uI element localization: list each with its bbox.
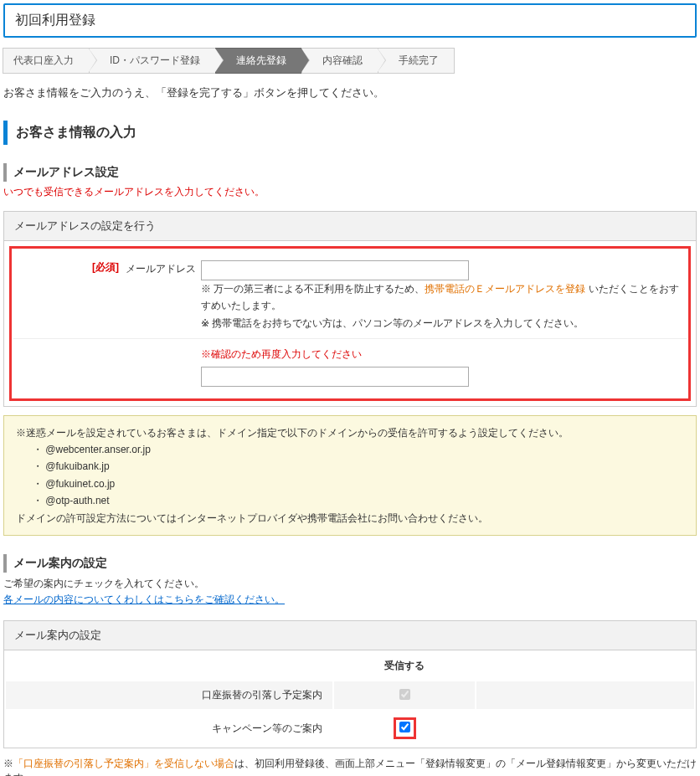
domain-item: @webcenter.anser.or.jp <box>33 441 684 458</box>
step: 代表口座入力 <box>3 48 90 74</box>
spam-lead: ※迷惑メールを設定されているお客さまは、ドメイン指定で以下のドメインからの受信を… <box>16 424 684 441</box>
domain-item: @fukuinet.co.jp <box>33 475 684 492</box>
email-row: [必須] メールアドレス ※ 万一の第三者による不正利用を防止するため、携帯電話… <box>13 254 687 339</box>
email-label: メールアドレス <box>126 260 201 331</box>
step: ID・パスワード登録 <box>89 48 216 74</box>
email-required: [必須] <box>17 260 126 331</box>
mail-checkbox[interactable] <box>399 722 410 732</box>
mail-row-label: 口座振替の引落し予定案内 <box>6 681 332 709</box>
email-content: ※ 万一の第三者による不正利用を防止するため、携帯電話のＥメールアドレスを登録 … <box>201 260 683 331</box>
domain-item: @otp-auth.net <box>33 492 684 509</box>
page-title-box: 初回利用登録 <box>3 3 697 38</box>
email-desc1: ※ 万一の第三者による不正利用を防止するため、携帯電話のＥメールアドレスを登録 … <box>201 283 679 311</box>
email-confirm-input[interactable] <box>201 367 469 387</box>
guide-warning: ※「口座振替の引落し予定案内」を受信しない場合は、初回利用登録後、画面上部メニュ… <box>3 757 697 776</box>
spam-tail: ドメインの許可設定方法についてはインターネットプロバイダや携帯電話会社にお問い合… <box>16 510 684 527</box>
spam-info-box: ※迷惑メールを設定されているお客さまは、ドメイン指定で以下のドメインからの受信を… <box>3 415 697 536</box>
email-panel-title: メールアドレスの設定を行う <box>4 212 696 241</box>
email-heading: メールアドレス設定 <box>3 163 697 182</box>
mail-row: キャンペーン等のご案内 <box>6 711 694 746</box>
page-title: 初回利用登録 <box>15 12 685 29</box>
domain-list: @webcenter.anser.or.jp@fukuibank.jp@fuku… <box>16 441 684 510</box>
customer-info-heading: お客さま情報の入力 <box>3 121 697 145</box>
stepper: 代表口座入力ID・パスワード登録連絡先登録内容確認手続完了 <box>3 48 697 74</box>
guide-panel-title: メール案内の設定 <box>4 621 696 650</box>
checkbox-highlight <box>394 717 416 739</box>
step: 手続完了 <box>378 48 455 74</box>
guide-panel: メール案内の設定 受信する 口座振替の引落し予定案内キャンペーン等のご案内 <box>3 620 697 748</box>
domain-item: @fukuibank.jp <box>33 458 684 475</box>
mail-row-label: キャンペーン等のご案内 <box>6 711 332 746</box>
email-heading-note: いつでも受信できるメールアドレスを入力してください。 <box>3 185 697 199</box>
email-confirm-row: ※確認のため再度入力してください <box>13 339 687 393</box>
mail-header-receive: 受信する <box>334 652 475 680</box>
guide-link[interactable]: 各メールの内容についてくわしくはこちらをご確認ください。 <box>3 594 285 605</box>
guide-heading: メール案内の設定 <box>3 554 697 573</box>
email-highlight-box: [必須] メールアドレス ※ 万一の第三者による不正利用を防止するため、携帯電話… <box>9 246 691 401</box>
mail-checkbox <box>399 689 410 700</box>
intro-text: お客さま情報をご入力のうえ、「登録を完了する」ボタンを押してください。 <box>3 85 697 100</box>
email-confirm-note: ※確認のため再度入力してください <box>201 346 683 362</box>
step: 内容確認 <box>301 48 378 74</box>
guide-desc: ご希望の案内にチェックを入れてください。 <box>3 576 697 592</box>
email-input[interactable] <box>201 260 469 280</box>
mail-row: 口座振替の引落し予定案内 <box>6 681 694 709</box>
email-panel: メールアドレスの設定を行う [必須] メールアドレス ※ 万一の第三者による不正… <box>3 211 697 407</box>
email-desc2: ※ 携帯電話をお持ちでない方は、パソコン等のメールアドレスを入力してください。 <box>201 317 584 329</box>
mail-table: 受信する 口座振替の引落し予定案内キャンペーン等のご案内 <box>4 650 696 748</box>
step: 連絡先登録 <box>215 48 302 74</box>
